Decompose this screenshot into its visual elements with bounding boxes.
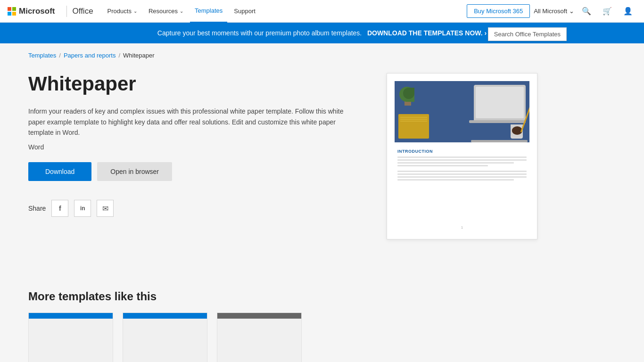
text-line-5 [397, 171, 527, 172]
banner-cta[interactable]: DOWNLOAD THE TEMPLATES NOW. › [367, 29, 487, 37]
preview-area: INTRODUCTION 1 [387, 73, 537, 262]
products-chevron: ⌄ [133, 8, 137, 14]
plant-decoration [399, 83, 416, 106]
breadcrumb-current: Whitepaper [123, 52, 154, 59]
laptop-base [471, 140, 528, 142]
ms-logo-squares [8, 7, 16, 16]
user-button[interactable]: 👤 [619, 5, 636, 17]
page-description: Inform your readers of key and complex i… [28, 106, 358, 138]
resources-chevron: ⌄ [180, 8, 183, 14]
preview-image [395, 81, 529, 142]
banner-text: Capture your best moments with our premi… [157, 29, 362, 37]
cart-button[interactable]: 🛒 [599, 5, 616, 17]
email-share-button[interactable]: ✉ [97, 200, 114, 217]
linkedin-icon: in [80, 205, 85, 212]
app-label: Word [28, 143, 358, 151]
card-blue-bar-1 [29, 313, 113, 319]
linkedin-share-button[interactable]: in [74, 200, 91, 217]
more-templates-section: More templates like this [0, 280, 644, 362]
nav-right: Buy Microsoft 365 All Microsoft ⌄ 🔍 Sear… [467, 4, 636, 18]
more-card-2[interactable] [123, 313, 207, 362]
more-card-1[interactable] [28, 313, 113, 362]
nav-links: Products ⌄ Resources ⌄ Templates Support [103, 0, 467, 23]
nav-resources[interactable]: Resources ⌄ [144, 0, 188, 23]
page-title: Whitepaper [28, 73, 358, 95]
breadcrumb-sep1: / [59, 52, 61, 59]
action-buttons: Download Open in browser [28, 162, 358, 181]
microsoft-label: Microsoft [19, 7, 55, 16]
ms-sq-blue [8, 12, 11, 16]
preview-page-num: 1 [397, 225, 527, 230]
all-microsoft-button[interactable]: All Microsoft ⌄ [534, 8, 574, 15]
search-area[interactable]: 🔍 Search Office Templates [578, 5, 595, 17]
ms-sq-green [12, 7, 16, 11]
nav-support[interactable]: Support [229, 0, 260, 23]
search-button[interactable]: 🔍 [578, 5, 595, 17]
nav-products[interactable]: Products ⌄ [103, 0, 142, 23]
all-ms-chevron: ⌄ [569, 8, 574, 15]
preview-document-content: INTRODUCTION 1 [395, 147, 529, 231]
text-line-7 [397, 176, 527, 178]
more-card-preview-1 [29, 313, 113, 362]
breadcrumb-templates[interactable]: Templates [28, 52, 56, 59]
text-line-2 [397, 159, 527, 161]
nav-templates[interactable]: Templates [190, 0, 227, 23]
ms-logo[interactable]: Microsoft [8, 7, 55, 16]
content-left: Whitepaper Inform your readers of key an… [28, 73, 358, 262]
open-in-browser-button[interactable]: Open in browser [97, 162, 172, 181]
laptop-decoration [474, 85, 526, 120]
facebook-icon: f [59, 205, 61, 212]
ms-sq-yellow [12, 12, 16, 16]
buy-button[interactable]: Buy Microsoft 365 [467, 4, 530, 18]
facebook-share-button[interactable]: f [51, 200, 68, 217]
text-line-1 [397, 156, 527, 158]
text-line-6 [397, 173, 527, 175]
navigation: Microsoft Office Products ⌄ Resources ⌄ … [0, 0, 644, 23]
download-button[interactable]: Download [28, 162, 91, 181]
more-cards-container [28, 313, 616, 362]
breadcrumb: Templates / Papers and reports / Whitepa… [0, 43, 644, 64]
share-row: Share f in ✉ [28, 200, 358, 217]
more-card-preview-2 [123, 313, 207, 362]
text-line-4 [397, 165, 488, 166]
notebook-decoration [398, 114, 429, 139]
nav-divider [66, 6, 67, 17]
main-content: Whitepaper Inform your readers of key an… [0, 64, 644, 280]
share-label: Share [28, 205, 46, 212]
card-blue-bar-2 [123, 313, 207, 319]
more-card-3[interactable] [217, 313, 302, 362]
search-tooltip: Search Office Templates [488, 27, 567, 41]
preview-card: INTRODUCTION 1 [387, 73, 537, 239]
breadcrumb-sep2: / [118, 52, 120, 59]
office-label: Office [73, 7, 93, 16]
ms-sq-red [8, 7, 11, 11]
preview-intro-label: INTRODUCTION [397, 149, 527, 154]
more-card-preview-3 [217, 313, 301, 362]
email-icon: ✉ [102, 204, 108, 213]
text-line-3 [397, 162, 514, 164]
text-line-8 [397, 179, 514, 181]
more-templates-title: More templates like this [28, 290, 616, 303]
breadcrumb-papers[interactable]: Papers and reports [64, 52, 116, 59]
card-dark-bar [217, 313, 301, 319]
